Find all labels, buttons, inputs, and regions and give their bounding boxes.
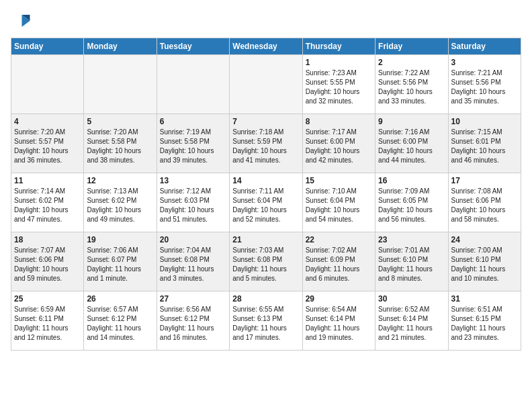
calendar-cell: 7Sunrise: 7:18 AMSunset: 5:59 PMDaylight… — [230, 114, 302, 173]
day-number: 17 — [451, 176, 518, 185]
day-number: 20 — [160, 235, 226, 244]
calendar-cell: 8Sunrise: 7:17 AMSunset: 6:00 PMDaylight… — [302, 114, 375, 173]
calendar-cell — [157, 55, 229, 114]
day-info: Sunrise: 6:56 AMSunset: 6:12 PMDaylight:… — [160, 305, 226, 342]
day-number: 19 — [87, 235, 153, 244]
day-number: 26 — [87, 294, 153, 304]
calendar-cell: 10Sunrise: 7:15 AMSunset: 6:01 PMDayligh… — [448, 114, 521, 173]
day-info: Sunrise: 7:01 AMSunset: 6:10 PMDaylight:… — [378, 246, 445, 283]
calendar-header-row: SundayMondayTuesdayWednesdayThursdayFrid… — [11, 38, 521, 55]
week-row-3: 11Sunrise: 7:14 AMSunset: 6:02 PMDayligh… — [11, 173, 521, 232]
day-info: Sunrise: 7:03 AMSunset: 6:08 PMDaylight:… — [232, 246, 299, 283]
day-header-saturday: Saturday — [448, 38, 521, 55]
day-info: Sunrise: 7:09 AMSunset: 6:05 PMDaylight:… — [378, 187, 445, 224]
week-row-1: 1Sunrise: 7:23 AMSunset: 5:55 PMDaylight… — [11, 55, 521, 114]
day-info: Sunrise: 7:23 AMSunset: 5:55 PMDaylight:… — [306, 68, 372, 106]
day-header-sunday: Sunday — [11, 38, 84, 55]
week-row-4: 18Sunrise: 7:07 AMSunset: 6:06 PMDayligh… — [11, 232, 521, 291]
calendar-cell: 21Sunrise: 7:03 AMSunset: 6:08 PMDayligh… — [230, 232, 302, 291]
calendar-cell — [11, 55, 84, 114]
day-number: 9 — [378, 117, 445, 126]
day-number: 18 — [14, 235, 81, 244]
week-row-5: 25Sunrise: 6:59 AMSunset: 6:11 PMDayligh… — [11, 291, 521, 351]
calendar-cell: 22Sunrise: 7:02 AMSunset: 6:09 PMDayligh… — [302, 232, 375, 291]
day-number: 22 — [306, 235, 372, 244]
calendar-cell: 28Sunrise: 6:55 AMSunset: 6:13 PMDayligh… — [230, 291, 302, 351]
calendar-cell: 25Sunrise: 6:59 AMSunset: 6:11 PMDayligh… — [11, 291, 84, 351]
day-info: Sunrise: 7:20 AMSunset: 5:58 PMDaylight:… — [87, 128, 153, 165]
day-info: Sunrise: 7:06 AMSunset: 6:07 PMDaylight:… — [87, 246, 153, 283]
day-info: Sunrise: 7:08 AMSunset: 6:06 PMDaylight:… — [451, 187, 518, 224]
calendar-cell: 1Sunrise: 7:23 AMSunset: 5:55 PMDaylight… — [302, 55, 375, 114]
calendar-cell: 23Sunrise: 7:01 AMSunset: 6:10 PMDayligh… — [375, 232, 448, 291]
calendar-cell: 24Sunrise: 7:00 AMSunset: 6:10 PMDayligh… — [448, 232, 521, 291]
day-info: Sunrise: 7:19 AMSunset: 5:58 PMDaylight:… — [160, 128, 226, 165]
day-info: Sunrise: 6:57 AMSunset: 6:12 PMDaylight:… — [87, 305, 153, 342]
calendar-cell: 3Sunrise: 7:21 AMSunset: 5:56 PMDaylight… — [448, 55, 521, 114]
day-info: Sunrise: 7:16 AMSunset: 6:00 PMDaylight:… — [378, 128, 445, 165]
day-number: 7 — [232, 117, 299, 126]
day-info: Sunrise: 7:14 AMSunset: 6:02 PMDaylight:… — [14, 187, 81, 224]
calendar-cell: 11Sunrise: 7:14 AMSunset: 6:02 PMDayligh… — [11, 173, 84, 232]
day-header-wednesday: Wednesday — [230, 38, 302, 55]
day-info: Sunrise: 7:21 AMSunset: 5:56 PMDaylight:… — [451, 68, 518, 106]
day-info: Sunrise: 7:12 AMSunset: 6:03 PMDaylight:… — [160, 187, 226, 224]
day-info: Sunrise: 7:11 AMSunset: 6:04 PMDaylight:… — [232, 187, 299, 224]
day-info: Sunrise: 7:07 AMSunset: 6:06 PMDaylight:… — [14, 246, 81, 283]
calendar-cell — [84, 55, 157, 114]
day-info: Sunrise: 7:18 AMSunset: 5:59 PMDaylight:… — [232, 128, 299, 165]
day-info: Sunrise: 6:59 AMSunset: 6:11 PMDaylight:… — [14, 305, 81, 342]
day-header-friday: Friday — [375, 38, 448, 55]
calendar-cell: 15Sunrise: 7:10 AMSunset: 6:04 PMDayligh… — [302, 173, 375, 232]
day-info: Sunrise: 7:00 AMSunset: 6:10 PMDaylight:… — [451, 246, 518, 283]
day-number: 16 — [378, 176, 445, 185]
calendar-cell: 12Sunrise: 7:13 AMSunset: 6:02 PMDayligh… — [84, 173, 157, 232]
calendar-cell: 2Sunrise: 7:22 AMSunset: 5:56 PMDaylight… — [375, 55, 448, 114]
day-info: Sunrise: 7:17 AMSunset: 6:00 PMDaylight:… — [306, 128, 372, 165]
calendar-cell: 18Sunrise: 7:07 AMSunset: 6:06 PMDayligh… — [11, 232, 84, 291]
day-number: 29 — [306, 294, 372, 304]
day-number: 14 — [232, 176, 299, 185]
calendar-cell: 26Sunrise: 6:57 AMSunset: 6:12 PMDayligh… — [84, 291, 157, 351]
calendar-cell: 29Sunrise: 6:54 AMSunset: 6:14 PMDayligh… — [302, 291, 375, 351]
day-info: Sunrise: 6:51 AMSunset: 6:15 PMDaylight:… — [451, 305, 518, 342]
week-row-2: 4Sunrise: 7:20 AMSunset: 5:57 PMDaylight… — [11, 114, 521, 173]
calendar-cell: 6Sunrise: 7:19 AMSunset: 5:58 PMDaylight… — [157, 114, 229, 173]
day-info: Sunrise: 6:55 AMSunset: 6:13 PMDaylight:… — [232, 305, 299, 342]
day-info: Sunrise: 7:02 AMSunset: 6:09 PMDaylight:… — [306, 246, 372, 283]
day-number: 28 — [232, 294, 299, 304]
calendar-table: SundayMondayTuesdayWednesdayThursdayFrid… — [11, 38, 521, 351]
calendar-cell: 27Sunrise: 6:56 AMSunset: 6:12 PMDayligh… — [157, 291, 229, 351]
day-number: 6 — [160, 117, 226, 126]
day-number: 21 — [232, 235, 299, 244]
day-number: 11 — [14, 176, 81, 185]
calendar-cell: 5Sunrise: 7:20 AMSunset: 5:58 PMDaylight… — [84, 114, 157, 173]
calendar-cell: 13Sunrise: 7:12 AMSunset: 6:03 PMDayligh… — [157, 173, 229, 232]
day-number: 30 — [378, 294, 445, 304]
day-number: 8 — [306, 117, 372, 126]
calendar-cell: 16Sunrise: 7:09 AMSunset: 6:05 PMDayligh… — [375, 173, 448, 232]
day-number: 3 — [451, 58, 518, 67]
day-number: 27 — [160, 294, 226, 304]
day-number: 10 — [451, 117, 518, 126]
calendar-cell: 14Sunrise: 7:11 AMSunset: 6:04 PMDayligh… — [230, 173, 302, 232]
day-info: Sunrise: 7:13 AMSunset: 6:02 PMDaylight:… — [87, 187, 153, 224]
calendar-cell: 31Sunrise: 6:51 AMSunset: 6:15 PMDayligh… — [448, 291, 521, 351]
page-header — [11, 11, 521, 31]
calendar-cell: 17Sunrise: 7:08 AMSunset: 6:06 PMDayligh… — [448, 173, 521, 232]
day-info: Sunrise: 7:22 AMSunset: 5:56 PMDaylight:… — [378, 68, 445, 106]
day-number: 25 — [14, 294, 81, 304]
day-number: 31 — [451, 294, 518, 304]
day-header-thursday: Thursday — [302, 38, 375, 55]
day-info: Sunrise: 7:04 AMSunset: 6:08 PMDaylight:… — [160, 246, 226, 283]
day-info: Sunrise: 7:15 AMSunset: 6:01 PMDaylight:… — [451, 128, 518, 165]
day-number: 23 — [378, 235, 445, 244]
day-header-tuesday: Tuesday — [157, 38, 229, 55]
day-info: Sunrise: 7:20 AMSunset: 5:57 PMDaylight:… — [14, 128, 81, 165]
logo-icon — [11, 11, 31, 31]
calendar-cell: 9Sunrise: 7:16 AMSunset: 6:00 PMDaylight… — [375, 114, 448, 173]
calendar-cell: 4Sunrise: 7:20 AMSunset: 5:57 PMDaylight… — [11, 114, 84, 173]
calendar-cell: 30Sunrise: 6:52 AMSunset: 6:14 PMDayligh… — [375, 291, 448, 351]
day-number: 12 — [87, 176, 153, 185]
day-info: Sunrise: 6:52 AMSunset: 6:14 PMDaylight:… — [378, 305, 445, 342]
